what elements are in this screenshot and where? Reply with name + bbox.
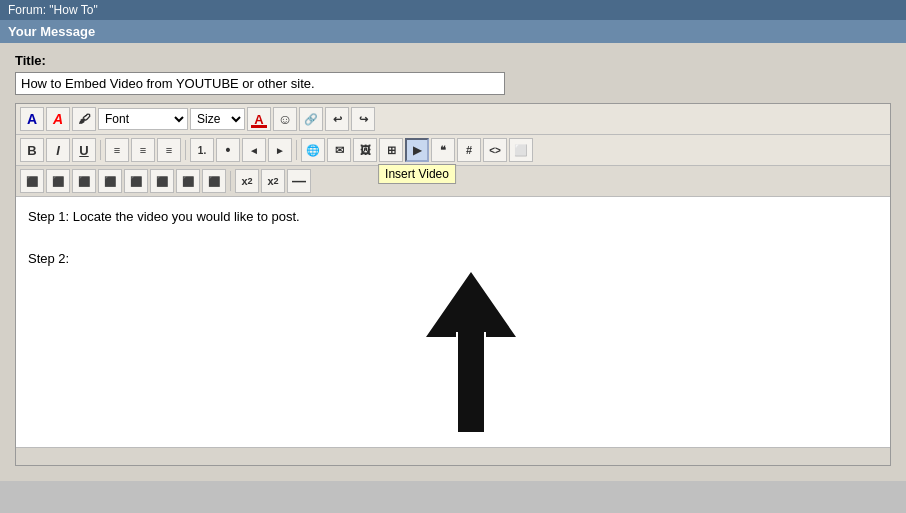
- title-row: Title:: [15, 53, 891, 95]
- sep3: [296, 140, 297, 160]
- superscript-button[interactable]: x2: [261, 169, 285, 193]
- subscript-button[interactable]: x2: [235, 169, 259, 193]
- font-select[interactable]: Font Arial Times New Roman Courier New V…: [98, 108, 188, 130]
- tb-r3-5[interactable]: ⬛: [124, 169, 148, 193]
- tb-r3-8[interactable]: ⬛: [202, 169, 226, 193]
- insert-code-button[interactable]: <>: [483, 138, 507, 162]
- forum-topic: "How To": [49, 3, 97, 17]
- insert-hash-button[interactable]: #: [457, 138, 481, 162]
- tb-r3-2[interactable]: ⬛: [46, 169, 70, 193]
- undo-button[interactable]: ↩: [325, 107, 349, 131]
- title-label: Title:: [15, 53, 891, 68]
- italic-button[interactable]: I: [46, 138, 70, 162]
- forum-label: Forum:: [8, 3, 46, 17]
- align-center-button[interactable]: ≡: [131, 138, 155, 162]
- tb-r3-3[interactable]: ⬛: [72, 169, 96, 193]
- insert-table-button[interactable]: ⊞: [379, 138, 403, 162]
- title-input[interactable]: [15, 72, 505, 95]
- redo-button[interactable]: ↪: [351, 107, 375, 131]
- align-left-icon: ≡: [114, 144, 120, 156]
- tb-r3-7[interactable]: ⬛: [176, 169, 200, 193]
- editor-statusbar: [16, 447, 890, 465]
- emoji-icon: ☺: [278, 111, 292, 127]
- toolbar-row-3: ⬛ ⬛ ⬛ ⬛ ⬛ ⬛ ⬛ ⬛ x2 x2 —: [16, 166, 890, 197]
- editor-area[interactable]: Step 1: Locate the video you would like …: [16, 197, 890, 447]
- sep-r3: [230, 171, 231, 191]
- insert-email-button[interactable]: ✉: [327, 138, 351, 162]
- align-center-icon: ≡: [140, 144, 146, 156]
- sep2: [185, 140, 186, 160]
- format-a1-button[interactable]: A: [20, 107, 44, 131]
- tb-r3-6[interactable]: ⬛: [150, 169, 174, 193]
- paintbrush-icon: 🖌: [78, 112, 90, 126]
- size-select[interactable]: Size 8 10 12 14 16 18 24 36: [190, 108, 245, 130]
- indent-increase-button[interactable]: ►: [268, 138, 292, 162]
- format-a2-button[interactable]: A: [46, 107, 70, 131]
- tb-r3-4[interactable]: ⬛: [98, 169, 122, 193]
- insert-quote-button[interactable]: ❝: [431, 138, 455, 162]
- insert-link-button[interactable]: 🔗: [299, 107, 323, 131]
- underline-button[interactable]: U: [72, 138, 96, 162]
- toolbar-row-1: A A 🖌 Font Arial Times New Roman Courier…: [16, 104, 890, 135]
- link-icon: 🔗: [304, 113, 318, 126]
- outer-panel: Title: A A 🖌 Font Arial Times New Roman …: [0, 43, 906, 481]
- align-right-button[interactable]: ≡: [157, 138, 181, 162]
- emoji-button[interactable]: ☺: [273, 107, 297, 131]
- unordered-list-button[interactable]: •: [216, 138, 240, 162]
- insert-image-button[interactable]: 🖼: [353, 138, 377, 162]
- text-color-underline: [251, 125, 267, 128]
- hr-button[interactable]: —: [287, 169, 311, 193]
- text-color-button[interactable]: A: [247, 107, 271, 131]
- ordered-list-button[interactable]: 1.: [190, 138, 214, 162]
- bold-button[interactable]: B: [20, 138, 44, 162]
- toolbar-row-2: B I U ≡ ≡ ≡ 1. • ◄ ► 🌐 ✉ 🖼 ⊞: [16, 135, 890, 166]
- indent-decrease-button[interactable]: ◄: [242, 138, 266, 162]
- undo-icon: ↩: [333, 113, 342, 126]
- insert-code2-button[interactable]: ⬜: [509, 138, 533, 162]
- redo-icon: ↪: [359, 113, 368, 126]
- sep1: [100, 140, 101, 160]
- tb-r3-1[interactable]: ⬛: [20, 169, 44, 193]
- insert-link2-button[interactable]: 🌐: [301, 138, 325, 162]
- forum-bar: Forum: "How To": [0, 0, 906, 20]
- insert-video-container: ▶ Insert Video: [405, 138, 429, 162]
- editor-line-2: Step 2:: [28, 249, 878, 270]
- insert-video-button[interactable]: ▶: [405, 138, 429, 162]
- paintbrush-button[interactable]: 🖌: [72, 107, 96, 131]
- your-message-header: Your Message: [0, 20, 906, 43]
- editor-line-1: Step 1: Locate the video you would like …: [28, 207, 878, 228]
- align-left-button[interactable]: ≡: [105, 138, 129, 162]
- align-right-icon: ≡: [166, 144, 172, 156]
- editor-container: A A 🖌 Font Arial Times New Roman Courier…: [15, 103, 891, 466]
